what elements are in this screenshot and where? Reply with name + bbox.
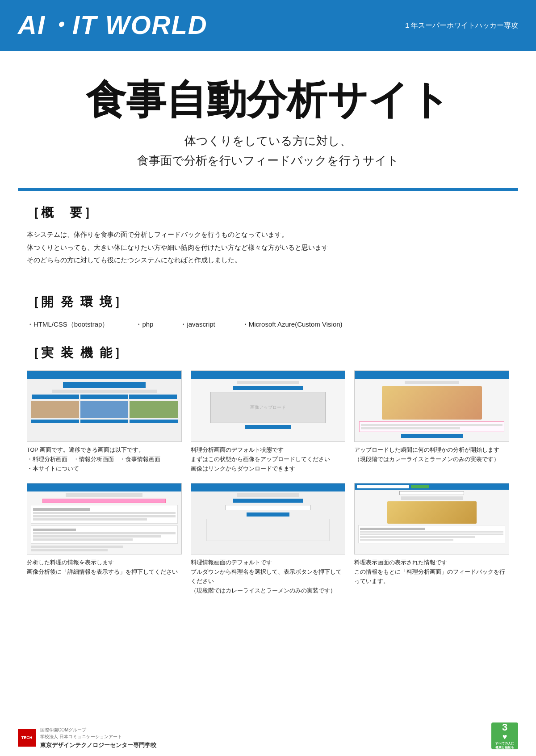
dev-item-2: ・javascript	[180, 318, 215, 331]
screenshot-img-detail	[27, 483, 182, 554]
header-subtitle: １年スーパーホワイトハッカー専攻	[404, 21, 518, 30]
screenshot-img-top	[27, 370, 182, 442]
caption-analysis-default: 料理分析画面のデフォルト状態です まずはこの状態から画像をアップロードしてくださ…	[191, 445, 346, 474]
dev-item-3: ・Microsoft Azure(Custom Vision)	[242, 318, 343, 331]
screenshot-img-food-info	[191, 483, 346, 554]
caption-detail: 分析した料理の情報を表示します 画像分析後に「詳細情報を表示する」を押下してくだ…	[27, 558, 182, 577]
screenshot-analysis-default: 画像アップロード 料理分析画面のデフォルト状態です まずはこの状態から画像をアッ…	[191, 370, 346, 474]
overview-line1: 本システムは、体作りを食事の面で分析しフィードバックを行うものとなっています。	[27, 228, 509, 241]
features-title: ［実 装 機 能］	[27, 344, 509, 361]
overview-line2: 体つくりといっても、大きい体になりたい方や細い筋肉を付けたい方など様々な方がいる…	[27, 241, 509, 254]
school-group: 国際学園COMグループ学校法人 日本コミュニケーションアート	[40, 727, 156, 740]
screenshot-top: TOP 画面です。遷移できる画面は以下です。 ・料理分析画面 ・情報分析画面 ・…	[27, 370, 182, 474]
site-title: AI・IT WORLD	[18, 8, 208, 43]
screenshot-analysis-result: アップロードした瞬間に何の料理かの分析が開始します （現段階ではカレーライスとラ…	[354, 370, 509, 474]
hero-subtitle-line1: 体つくりをしている方に対し、	[184, 134, 352, 147]
screenshot-img-analysis-result	[354, 370, 509, 442]
hero-section: 食事自動分析サイト 体つくりをしている方に対し、 食事面で分析を行いフィードバッ…	[0, 51, 536, 188]
overview-line3: そのどちらの方に対しても役にたつシステムになればと作成しました。	[27, 254, 509, 267]
caption-top: TOP 画面です。遷移できる画面は以下です。 ・料理分析画面 ・情報分析画面 ・…	[27, 445, 182, 474]
sdg-number: 3	[502, 722, 507, 732]
screenshots-grid: TOP 画面です。遷移できる画面は以下です。 ・料理分析画面 ・情報分析画面 ・…	[27, 370, 509, 596]
school-full-name: 東京デザインテクノロジーセンター専門学校	[40, 741, 156, 750]
caption-food-info: 料理情報画面のデフォルトです プルダウンから料理名を選択して、表示ボタンを押下し…	[191, 558, 346, 596]
screenshot-detail: 分析した料理の情報を表示します 画像分析後に「詳細情報を表示する」を押下してくだ…	[27, 483, 182, 596]
footer: TECH 国際学園COMグループ学校法人 日本コミュニケーションアート 東京デザ…	[0, 716, 536, 756]
dev-env-section: ［開 発 環 境］ ・HTML/CSS（bootstrap） ・php ・jav…	[0, 280, 536, 336]
school-logo: TECH	[18, 729, 36, 747]
overview-body: 本システムは、体作りを食事の面で分析しフィードバックを行うものとなっています。 …	[27, 228, 509, 267]
sdg-badge: 3 ♥ すべての人に健康と福祉を	[491, 722, 518, 749]
footer-school: TECH 国際学園COMグループ学校法人 日本コミュニケーションアート 東京デザ…	[18, 727, 156, 750]
school-name-block: 国際学園COMグループ学校法人 日本コミュニケーションアート 東京デザインテクノ…	[40, 727, 156, 750]
screenshot-img-curry-display	[354, 483, 509, 554]
caption-curry-display: 料理表示画面の表示された情報です この情報をもとに「料理分析画面」のフィードバッ…	[354, 558, 509, 587]
hero-subtitle: 体つくりをしている方に対し、 食事面で分析を行いフィードバックを行うサイト	[27, 131, 509, 170]
caption-analysis-result: アップロードした瞬間に何の料理かの分析が開始します （現段階ではカレーライスとラ…	[354, 445, 509, 465]
dev-env-body: ・HTML/CSS（bootstrap） ・php ・javascript ・M…	[27, 318, 509, 331]
screenshot-curry-display: 料理表示画面の表示された情報です この情報をもとに「料理分析画面」のフィードバッ…	[354, 483, 509, 596]
dev-env-items: ・HTML/CSS（bootstrap） ・php ・javascript ・M…	[27, 318, 509, 331]
features-section: ［実 装 機 能］	[0, 336, 536, 614]
hero-title: 食事自動分析サイト	[27, 78, 509, 122]
overview-section: ［概 要］ 本システムは、体作りを食事の面で分析しフィードバックを行うものとなっ…	[0, 191, 536, 271]
dev-item-0: ・HTML/CSS（bootstrap）	[27, 318, 109, 331]
hero-subtitle-line2: 食事面で分析を行いフィードバックを行うサイト	[137, 154, 399, 167]
screenshot-food-info: 料理情報画面のデフォルトです プルダウンから料理名を選択して、表示ボタンを押下し…	[191, 483, 346, 596]
dev-env-title: ［開 発 環 境］	[27, 294, 509, 311]
overview-title: ［概 要］	[27, 204, 509, 221]
sdg-subtitle: すべての人に健康と福祉を	[495, 742, 514, 749]
header: AI・IT WORLD １年スーパーホワイトハッカー専攻	[0, 0, 536, 51]
screenshot-img-analysis-default: 画像アップロード	[191, 370, 346, 442]
dev-item-1: ・php	[135, 318, 153, 331]
sdg-icon: ♥	[502, 732, 507, 742]
